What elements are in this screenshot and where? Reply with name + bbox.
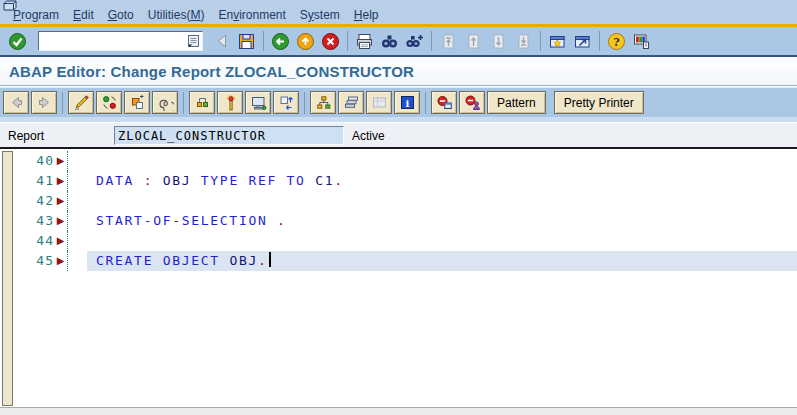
page-up-button[interactable] — [462, 30, 485, 53]
refresh-button[interactable] — [96, 91, 122, 114]
where-used-button[interactable] — [189, 91, 215, 114]
find-next-icon — [405, 32, 424, 51]
code-cell[interactable]: START-OF-SELECTION . — [67, 211, 797, 231]
code-line: 40▶ — [14, 151, 797, 171]
line-marker-icon[interactable]: ▶ — [54, 211, 67, 231]
command-field-wrap — [38, 31, 203, 51]
current-code-line-text[interactable]: CREATE OBJECT OBJ. — [87, 251, 797, 271]
line-marker-icon[interactable]: ▶ — [54, 151, 67, 171]
line-marker-icon[interactable]: ▶ — [54, 171, 67, 191]
back-button[interactable] — [269, 30, 292, 53]
code-segment: DATA — [96, 173, 144, 188]
breakpoint-button[interactable] — [431, 91, 457, 114]
menu-item-system[interactable]: System — [293, 7, 347, 23]
enter-button[interactable] — [6, 30, 29, 53]
pattern-button[interactable]: Pattern — [487, 91, 546, 114]
test-button[interactable] — [245, 91, 271, 114]
report-name-field[interactable] — [114, 126, 344, 145]
find-button[interactable] — [378, 30, 401, 53]
svg-text:?: ? — [613, 35, 619, 48]
code-cell[interactable] — [67, 151, 797, 171]
nav-forward-button[interactable] — [31, 91, 57, 114]
line-marker-icon[interactable]: ▶ — [54, 191, 67, 211]
help-icon: ? — [607, 32, 626, 51]
display-change-toggle-icon — [101, 94, 118, 111]
first-page-icon — [439, 32, 458, 51]
toolbar-separator — [183, 92, 184, 114]
first-page-button[interactable] — [437, 30, 460, 53]
editor-margin-strip[interactable] — [2, 151, 13, 406]
exit-button[interactable] — [319, 30, 342, 53]
code-line: 41▶DATA : OBJ TYPE REF TO C1. — [14, 171, 797, 191]
line-number: 44 — [14, 231, 54, 251]
page-down-button[interactable] — [487, 30, 510, 53]
line-marker-icon[interactable]: ▶ — [54, 251, 67, 271]
worklist-button[interactable] — [366, 91, 392, 114]
command-field[interactable] — [38, 31, 203, 51]
code-cell[interactable]: DATA : OBJ TYPE REF TO C1. — [67, 171, 797, 191]
code-line-text[interactable] — [87, 191, 797, 211]
where-used-icon — [194, 94, 211, 111]
copy-button[interactable] — [124, 91, 150, 114]
navigate-button[interactable] — [273, 91, 299, 114]
info-button[interactable]: i — [394, 91, 420, 114]
code-segment: OBJ — [163, 173, 201, 188]
print-icon — [355, 32, 374, 51]
code-line-text[interactable]: START-OF-SELECTION . — [87, 211, 797, 231]
find-next-button[interactable] — [403, 30, 426, 53]
sap-gui-window: ProgramEditGotoUtilities(M)EnvironmentSy… — [0, 0, 797, 415]
menu-item-program[interactable]: Program — [6, 7, 66, 23]
help-button[interactable]: ? — [605, 30, 628, 53]
menu-item-edit[interactable]: Edit — [66, 7, 101, 23]
command-history-icon[interactable] — [187, 34, 200, 48]
application-toolbar: i Pattern Pretty Printer — [0, 87, 797, 117]
code-cell[interactable] — [67, 231, 797, 251]
line-number: 45 — [14, 251, 54, 271]
line-marker-icon[interactable]: ▶ — [54, 231, 67, 251]
code-cell[interactable]: CREATE OBJECT OBJ. — [67, 251, 797, 271]
code-line: 42▶ — [14, 191, 797, 211]
display-stack-button[interactable] — [338, 91, 364, 114]
code-line-text[interactable] — [87, 151, 797, 171]
save-button[interactable] — [235, 30, 258, 53]
line-number: 41 — [14, 171, 54, 191]
code-segment: TYPE REF TO — [201, 173, 315, 188]
code-segment: . — [258, 253, 268, 268]
menu-item-environment[interactable]: Environment — [211, 7, 292, 23]
print-button[interactable] — [353, 30, 376, 53]
customize-layout-button[interactable] — [630, 30, 653, 53]
info-icon: i — [399, 94, 416, 111]
worklist-table-icon — [371, 94, 388, 111]
nav-back-button[interactable] — [3, 91, 29, 114]
new-session-button[interactable] — [546, 30, 569, 53]
last-page-button[interactable] — [512, 30, 535, 53]
code-line-text[interactable]: DATA : OBJ TYPE REF TO C1. — [87, 171, 797, 191]
page-up-icon — [464, 32, 483, 51]
up-button[interactable] — [294, 30, 317, 53]
menu-item-utilities-m[interactable]: Utilities(M) — [141, 7, 212, 23]
activate-button[interactable] — [217, 91, 243, 114]
pencil-icon — [73, 94, 90, 111]
pretty-printer-button[interactable]: Pretty Printer — [554, 91, 644, 114]
menu-item-goto[interactable]: Goto — [101, 7, 141, 23]
up-icon — [296, 32, 315, 51]
session-breakpoint-button[interactable] — [459, 91, 485, 114]
check-button[interactable] — [152, 91, 178, 114]
code-line: 45▶CREATE OBJECT OBJ. — [14, 251, 797, 271]
code-cell[interactable] — [67, 191, 797, 211]
create-shortcut-button[interactable] — [571, 30, 594, 53]
code-line-text[interactable] — [87, 231, 797, 251]
menu-item-help[interactable]: Help — [347, 7, 386, 23]
code-editor[interactable]: 40▶41▶DATA : OBJ TYPE REF TO C1.42▶43▶ST… — [0, 147, 797, 407]
object-list-button[interactable] — [310, 91, 336, 114]
display-change-button[interactable] — [68, 91, 94, 114]
page-down-icon — [489, 32, 508, 51]
report-row: Report Active — [0, 122, 797, 147]
activate-flashlight-icon — [222, 94, 239, 111]
menu-items: ProgramEditGotoUtilities(M)EnvironmentSy… — [6, 7, 386, 23]
collapse-toolbar-button[interactable] — [210, 30, 233, 53]
nav-back-icon — [8, 94, 25, 111]
stack-icon — [343, 94, 360, 111]
code-segment: CREATE OBJECT — [96, 253, 229, 268]
title-bar: ABAP Editor: Change Report ZLOCAL_CONSTR… — [0, 57, 797, 86]
